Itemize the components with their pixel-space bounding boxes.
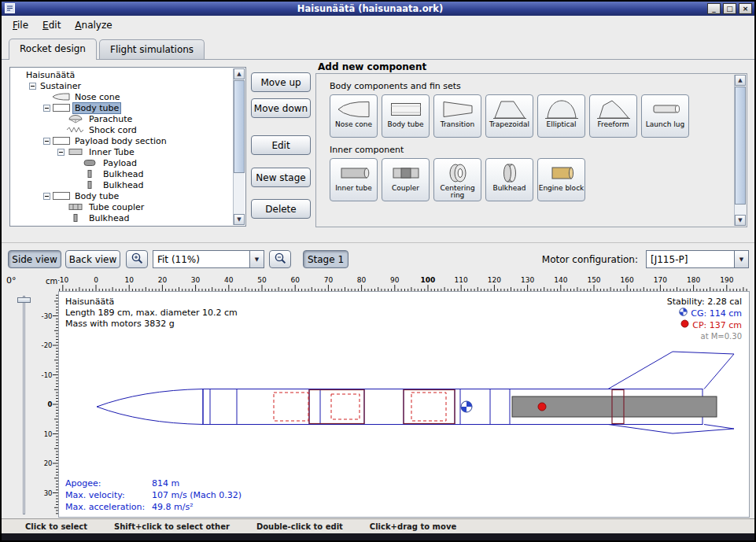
rocket-view-canvas[interactable]: Haisunäätä Length 189 cm, max. diameter …	[58, 291, 750, 518]
tree-item-bulkhead[interactable]: Bulkhead	[11, 168, 233, 179]
tab-rocket-design[interactable]: Rocket design	[9, 39, 97, 60]
pane-divider	[2, 242, 754, 243]
coupler-icon	[389, 160, 423, 185]
palette-row: Inner tubeCouplerCentering ringBulkheadE…	[330, 158, 734, 201]
svg-text:60: 60	[290, 276, 300, 284]
tree-spacer	[56, 113, 66, 124]
palette-button-label: Inner tube	[335, 185, 372, 192]
tree-indent	[11, 152, 56, 153]
add-coupler-button[interactable]: Coupler	[382, 158, 430, 201]
add-elliptical-button[interactable]: Elliptical	[537, 94, 585, 138]
svg-text:90: 90	[390, 276, 400, 284]
svg-text:120: 120	[488, 276, 501, 284]
zoom-level-combo[interactable]: Fit (11%) ▼	[153, 250, 264, 268]
tree-scrollbar[interactable]: ▲ ▼	[233, 68, 245, 225]
tree-indent	[11, 141, 42, 142]
add-transition-button[interactable]: Transition	[433, 94, 481, 138]
tree-collapse-icon[interactable]	[28, 80, 38, 91]
zoom-in-button[interactable]	[126, 250, 148, 268]
tree-collapse-icon[interactable]	[56, 146, 66, 157]
cg-icon	[679, 308, 688, 319]
tree-indent	[11, 174, 70, 175]
back-view-button[interactable]: Back view	[65, 250, 120, 268]
rotation-angle-label: 0°	[6, 275, 17, 286]
vertical-ruler: -30-20-100102030	[41, 291, 58, 518]
tree-scroll-thumb[interactable]	[234, 80, 245, 173]
zoom-out-button[interactable]	[269, 250, 291, 268]
rotation-slider[interactable]	[15, 294, 32, 516]
tree-spacer	[56, 124, 66, 135]
flight-stat-row: Apogee:814 m	[65, 477, 242, 489]
edit-button[interactable]: Edit	[251, 135, 311, 155]
tree-item-body-tube[interactable]: Body tube	[11, 190, 233, 201]
add-inner-tube-button[interactable]: Inner tube	[330, 158, 378, 201]
rocket-dimensions: Length 189 cm, max. diameter 10.2 cm	[65, 308, 238, 319]
menu-analyze[interactable]: Analyze	[68, 17, 119, 33]
delete-button[interactable]: Delete	[251, 199, 311, 219]
scroll-down-icon[interactable]: ▼	[735, 215, 746, 226]
tab-flight-simulations[interactable]: Flight simulations	[99, 39, 205, 59]
scroll-up-icon[interactable]: ▲	[234, 68, 245, 79]
tabbar: Rocket designFlight simulations	[2, 34, 754, 60]
add-bulkhead-button[interactable]: Bulkhead	[485, 158, 533, 201]
close-button[interactable]: ×	[739, 3, 752, 14]
move-up-button[interactable]: Move up	[251, 72, 311, 92]
add-panel-scrollbar[interactable]: ▲ ▼	[734, 75, 746, 226]
motor-config-combo[interactable]: [J115-P] ▼	[646, 250, 749, 268]
titlebar[interactable]: Haisunäätä (haisunaata.ork) _ □ ×	[2, 2, 754, 16]
rotation-slider-thumb[interactable]	[17, 297, 31, 303]
tree-item-label: Bulkhead	[87, 213, 131, 223]
group-label-body-components-and-fin-sets: Body components and fin sets	[330, 81, 734, 91]
tree-item-tube-coupler[interactable]: Tube coupler	[11, 201, 233, 212]
tree-item-label: Body tube	[72, 102, 121, 114]
svg-text:10: 10	[44, 430, 53, 438]
chevron-down-icon[interactable]: ▼	[734, 251, 748, 267]
tree-item-parachute[interactable]: Parachute	[11, 113, 233, 124]
scroll-down-icon[interactable]: ▼	[234, 214, 245, 225]
add-scroll-thumb[interactable]	[735, 87, 746, 205]
transition-icon	[441, 97, 475, 121]
minimize-button[interactable]: _	[707, 3, 721, 14]
tree-item-haisun-t[interactable]: Haisunäätä	[11, 69, 233, 80]
window-menu-icon[interactable]	[5, 3, 15, 13]
add-trapezoidal-button[interactable]: Trapezoidal	[485, 94, 533, 138]
tree-indent	[11, 185, 70, 186]
ruler-unit-label: cm	[46, 277, 57, 286]
tree-item-label: Parachute	[87, 114, 135, 124]
tree-item-sustainer[interactable]: Sustainer	[11, 80, 233, 91]
tree-collapse-icon[interactable]	[42, 135, 52, 146]
tree-item-nose-cone[interactable]: Nose cone	[11, 91, 233, 102]
add-centering-ring-button[interactable]: Centering ring	[433, 158, 481, 201]
tree-collapse-icon[interactable]	[42, 102, 52, 113]
status-hint: Double-click to edit	[256, 522, 343, 531]
svg-text:-30: -30	[42, 312, 53, 320]
tree-item-label: Bulkhead	[101, 180, 146, 190]
svg-text:50: 50	[257, 276, 267, 284]
tree-item-payload-body-section[interactable]: Payload body section	[11, 135, 233, 146]
tree-item-payload[interactable]: Payload	[11, 157, 233, 168]
tree-item-body-tube[interactable]: Body tube	[11, 102, 233, 113]
tree-item-bulkhead[interactable]: Bulkhead	[11, 179, 233, 190]
tree-item-shock-cord[interactable]: Shock cord	[11, 124, 233, 135]
scroll-up-icon[interactable]: ▲	[735, 75, 746, 86]
new-stage-button[interactable]: New stage	[251, 168, 311, 187]
menu-file[interactable]: File	[6, 17, 35, 33]
add-nose-cone-button[interactable]: Nose cone	[330, 94, 378, 138]
tree-collapse-icon[interactable]	[42, 190, 52, 201]
side-view-button[interactable]: Side view	[8, 250, 61, 268]
stage-1-button[interactable]: Stage 1	[303, 250, 348, 268]
move-down-button[interactable]: Move down	[251, 98, 311, 118]
tree-item-bulkhead[interactable]: Bulkhead	[11, 212, 233, 223]
menu-edit[interactable]: Edit	[35, 17, 68, 33]
bulkhead-icon	[80, 180, 101, 190]
trapezoidal-fin-icon	[492, 97, 527, 121]
add-body-tube-button[interactable]: Body tube	[382, 94, 430, 138]
chevron-down-icon[interactable]: ▼	[249, 251, 264, 267]
tree-item-inner-tube[interactable]: Inner Tube	[11, 146, 233, 157]
maximize-button[interactable]: □	[723, 3, 736, 14]
add-engine-block-button[interactable]: Engine block	[537, 158, 585, 201]
add-freeform-button[interactable]: Freeform	[589, 94, 637, 138]
add-launch-lug-button[interactable]: Launch lug	[641, 94, 689, 138]
centering-ring-icon	[441, 160, 475, 185]
bulkhead-icon	[80, 169, 101, 179]
